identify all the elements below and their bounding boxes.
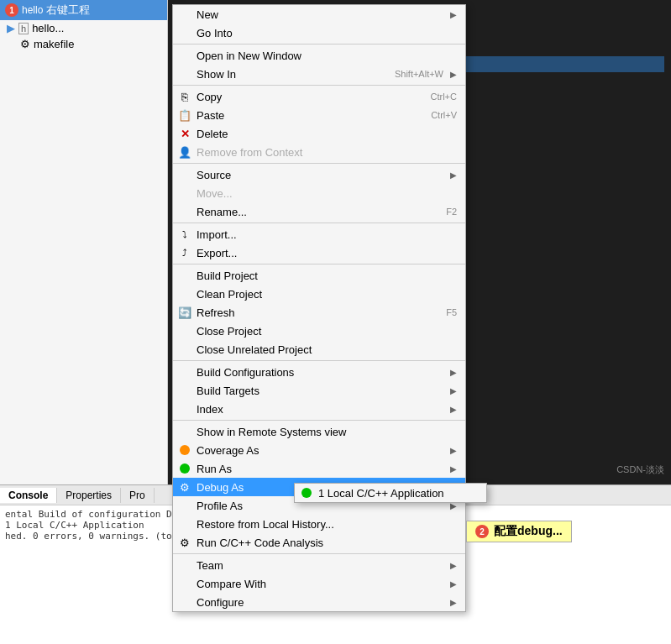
sidebar-item-makefile[interactable]: ⚙ makefile (0, 36, 167, 52)
context-menu: New ▶ Go Into Open in New Window Show In… (172, 4, 466, 612)
run-icon (178, 462, 191, 475)
menu-item-close-project[interactable]: Close Project (173, 322, 465, 340)
menu-item-configure[interactable]: Configure ▶ (173, 593, 465, 611)
separator (173, 264, 465, 264)
menu-item-build-configs[interactable]: Build Configurations ▶ (173, 363, 465, 381)
submenu-arrow-icon: ▶ (450, 598, 457, 607)
menu-item-remove-context: 👤 Remove from Context (173, 143, 465, 161)
copy-icon: ⎘ (178, 90, 191, 103)
debug-as-submenu: 1 Local C/C++ Application (294, 483, 487, 503)
menu-item-label: Paste (197, 109, 224, 122)
menu-item-refresh[interactable]: 🔄 Refresh F5 (173, 303, 465, 322)
submenu-arrow-icon: ▶ (450, 464, 457, 474)
menu-item-label: Import... (197, 228, 237, 241)
separator (173, 420, 465, 421)
shortcut-label: F5 (446, 307, 457, 317)
menu-item-delete[interactable]: ✕ Delete (173, 124, 465, 143)
menu-item-move: Move... (173, 184, 465, 202)
menu-item-clean-project[interactable]: Clean Project (173, 285, 465, 303)
tab-properties[interactable]: Properties (57, 488, 121, 503)
menu-item-label: Profile As (197, 500, 243, 512)
menu-item-build-targets[interactable]: Build Targets ▶ (173, 381, 465, 400)
coverage-icon (178, 443, 191, 457)
separator (173, 553, 465, 554)
debug-icon: ⚙ (178, 480, 191, 494)
submenu-arrow-icon: ▶ (450, 368, 457, 377)
person-icon: 👤 (178, 145, 191, 159)
menu-item-label: Team (197, 559, 223, 572)
menu-item-run-as[interactable]: Run As ▶ (173, 459, 465, 478)
menu-item-paste[interactable]: 📋 Paste Ctrl+V (173, 106, 465, 124)
separator (173, 223, 465, 223)
menu-item-show-in[interactable]: Show In Shift+Alt+W ▶ (173, 65, 465, 83)
menu-item-label: Remove from Context (197, 146, 302, 159)
paste-icon: 📋 (178, 108, 191, 122)
menu-item-go-into[interactable]: Go Into (173, 24, 465, 42)
menu-item-close-unrelated[interactable]: Close Unrelated Project (173, 340, 465, 359)
separator (173, 85, 465, 86)
menu-item-export[interactable]: ⤴ Export... (173, 243, 465, 262)
menu-item-rename[interactable]: Rename... F2 (173, 202, 465, 221)
delete-icon: ✕ (178, 127, 191, 140)
menu-item-label: Configure (197, 596, 244, 609)
separator (173, 163, 465, 164)
menu-item-coverage-as[interactable]: Coverage As ▶ (173, 441, 465, 459)
menu-item-label: Run C/C++ Code Analysis (197, 537, 323, 549)
menu-item-label: Coverage As (197, 444, 259, 457)
menu-item-label: Restore from Local History... (197, 518, 334, 531)
sidebar-title: hello (22, 4, 43, 16)
menu-item-label: Copy (197, 91, 222, 103)
submenu-arrow-icon: ▶ (450, 386, 457, 395)
menu-item-label: Close Unrelated Project (197, 343, 312, 356)
menu-item-label: Build Configurations (197, 366, 294, 379)
menu-item-restore-history[interactable]: Restore from Local History... (173, 515, 465, 533)
submenu-arrow-icon: ▶ (450, 446, 457, 455)
menu-item-copy[interactable]: ⎘ Copy Ctrl+C (173, 87, 465, 106)
menu-item-label: Build Targets (197, 385, 259, 397)
menu-item-build-project[interactable]: Build Project (173, 266, 465, 285)
shortcut-label: Ctrl+C (431, 92, 457, 102)
submenu-arrow-icon: ▶ (450, 170, 457, 180)
import-icon: ⤵ (178, 228, 191, 241)
menu-item-label: Refresh (197, 306, 235, 319)
submenu-arrow-icon: ▶ (450, 579, 457, 589)
menu-item-label: Move... (197, 187, 233, 200)
tab-console[interactable]: Console (0, 488, 57, 503)
menu-item-team[interactable]: Team ▶ (173, 556, 465, 574)
submenu-item-label: 1 Local C/C++ Application (318, 487, 444, 500)
menu-item-label: Index (197, 403, 223, 416)
menu-item-import[interactable]: ⤵ Import... (173, 225, 465, 243)
menu-item-run-analysis[interactable]: ⚙ Run C/C++ Code Analysis (173, 533, 465, 552)
menu-item-label: Debug As (197, 481, 244, 494)
watermark: CSDN-淡淡 (616, 463, 664, 476)
menu-item-index[interactable]: Index ▶ (173, 400, 465, 418)
menu-item-source[interactable]: Source ▶ (173, 165, 465, 184)
refresh-icon: 🔄 (178, 306, 191, 319)
badge-tooltip: 2 配置debug... (466, 521, 572, 542)
sidebar-item-label: makefile (34, 38, 74, 50)
submenu-arrow-icon: ▶ (450, 70, 457, 79)
badge-2: 2 (475, 525, 489, 538)
menu-item-label: Show in Remote Systems view (197, 426, 346, 438)
shortcut-label: Ctrl+V (431, 110, 457, 120)
sidebar-header: 1 hello 右键工程 (0, 0, 167, 20)
sidebar-item-hello[interactable]: ▶ h hello... (0, 20, 167, 36)
menu-item-label: Rename... (197, 206, 247, 218)
makefile-icon: ⚙ (20, 38, 30, 50)
file-icon: h (18, 23, 29, 34)
menu-item-label: Go Into (197, 27, 233, 39)
shortcut-label: F2 (446, 207, 457, 217)
menu-item-label: Open in New Window (197, 50, 301, 62)
submenu-arrow-icon: ▶ (450, 405, 457, 414)
sidebar-item-label: hello... (32, 22, 64, 34)
menu-item-label: Export... (197, 247, 237, 259)
menu-item-new[interactable]: New ▶ (173, 5, 465, 24)
menu-item-label: Build Project (197, 270, 258, 282)
menu-item-label: Close Project (197, 325, 261, 338)
menu-item-open-new-window[interactable]: Open in New Window (173, 46, 465, 65)
menu-item-compare-with[interactable]: Compare With ▶ (173, 574, 465, 593)
tab-pro[interactable]: Pro (121, 488, 155, 503)
menu-item-label: New (197, 8, 218, 21)
menu-item-show-remote[interactable]: Show in Remote Systems view (173, 422, 465, 441)
submenu-item-local-app[interactable]: 1 Local C/C++ Application (295, 484, 486, 502)
